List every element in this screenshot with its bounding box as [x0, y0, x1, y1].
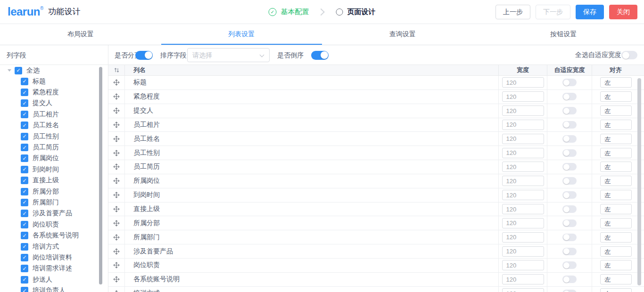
drag-move-icon[interactable]	[108, 132, 125, 146]
checkbox-checked-icon[interactable]: ✓	[21, 133, 28, 140]
checkbox-checked-icon[interactable]: ✓	[21, 177, 28, 184]
field-tree-item[interactable]: ✓ 所属岗位	[0, 153, 108, 164]
close-button[interactable]: 关闭	[609, 5, 637, 19]
checkbox-checked-icon[interactable]: ✓	[21, 89, 28, 96]
align-select[interactable]: 左	[600, 176, 632, 186]
align-select[interactable]: 左	[600, 77, 632, 88]
drag-move-icon[interactable]	[108, 90, 125, 104]
align-select[interactable]: 左	[600, 260, 632, 270]
checkbox-checked-icon[interactable]: ✓	[21, 188, 28, 195]
checkbox-checked-icon[interactable]: ✓	[21, 210, 28, 217]
fit-width-toggle[interactable]	[562, 205, 577, 213]
field-tree-item[interactable]: ✓ 直接上级	[0, 175, 108, 186]
table-scrollbar-thumb[interactable]	[637, 78, 641, 285]
checkbox-checked-icon[interactable]: ✓	[21, 254, 28, 261]
field-tree-item[interactable]: ✓ 培训需求详述	[0, 263, 108, 274]
checkbox-checked-icon[interactable]: ✓	[21, 154, 28, 162]
sidebar-scrollbar-thumb[interactable]	[99, 67, 102, 284]
width-input[interactable]	[502, 218, 544, 228]
align-select[interactable]: 左	[600, 274, 632, 284]
field-tree-item[interactable]: ✓ 培训方式	[0, 241, 108, 252]
drag-move-icon[interactable]	[108, 76, 125, 89]
checkbox-checked-icon[interactable]: ✓	[21, 276, 28, 284]
reverse-order-toggle[interactable]	[311, 51, 329, 60]
drag-move-icon[interactable]	[108, 118, 125, 132]
width-input[interactable]	[502, 91, 544, 102]
checkbox-checked-icon[interactable]: ✓	[21, 232, 28, 239]
prev-step-button[interactable]: 上一步	[495, 5, 530, 19]
fit-width-toggle[interactable]	[562, 234, 577, 241]
align-select[interactable]: 左	[600, 105, 632, 116]
checkbox-checked-icon[interactable]: ✓	[15, 67, 22, 74]
sort-field-input[interactable]	[188, 49, 269, 62]
field-tree-item[interactable]: ✓ 岗位培训资料	[0, 252, 108, 263]
width-input[interactable]	[502, 190, 544, 200]
drag-move-icon[interactable]	[108, 244, 125, 258]
fit-width-toggle[interactable]	[562, 121, 577, 129]
drag-move-icon[interactable]	[108, 146, 125, 160]
field-tree-item[interactable]: ✓ 涉及首要产品	[0, 208, 108, 219]
field-tree-item[interactable]: ✓ 标题	[0, 76, 108, 87]
drag-move-icon[interactable]	[108, 174, 125, 188]
field-tree-item[interactable]: ✓ 员工相片	[0, 109, 108, 120]
drag-move-icon[interactable]	[108, 188, 125, 202]
drag-move-icon[interactable]	[108, 216, 125, 230]
fit-width-toggle[interactable]	[562, 219, 577, 227]
field-tree-item[interactable]: ✓ 岗位职责	[0, 219, 108, 230]
align-select[interactable]: 左	[600, 232, 632, 243]
field-tree-item[interactable]: ✓ 抄送人	[0, 274, 108, 285]
field-tree-item[interactable]: ✓ 紧急程度	[0, 87, 108, 97]
sort-field-select[interactable]	[187, 48, 270, 62]
align-select[interactable]: 左	[600, 288, 632, 292]
checkbox-checked-icon[interactable]: ✓	[21, 122, 28, 129]
fit-width-toggle[interactable]	[562, 248, 577, 255]
field-tree-item[interactable]: ✓ 各系统账号说明	[0, 230, 108, 241]
width-input[interactable]	[502, 162, 544, 172]
fit-width-toggle[interactable]	[562, 290, 577, 292]
fit-all-toggle[interactable]	[621, 51, 637, 59]
fit-width-toggle[interactable]	[562, 93, 577, 100]
save-button[interactable]: 保存	[576, 5, 604, 19]
field-tree-item[interactable]: ✓ 到岗时间	[0, 164, 108, 175]
align-select[interactable]: 左	[600, 246, 632, 257]
tab-layout-settings[interactable]: 布局设置	[0, 24, 161, 45]
checkbox-checked-icon[interactable]: ✓	[21, 111, 28, 118]
checkbox-checked-icon[interactable]: ✓	[21, 265, 28, 272]
drag-move-icon[interactable]	[108, 203, 125, 216]
align-select[interactable]: 左	[600, 218, 632, 228]
fit-width-toggle[interactable]	[562, 79, 577, 86]
select-all-node[interactable]: ✓ 全选	[0, 65, 108, 76]
fit-width-toggle[interactable]	[562, 276, 577, 283]
width-input[interactable]	[502, 134, 544, 144]
align-select[interactable]: 左	[600, 91, 632, 102]
width-input[interactable]	[502, 204, 544, 214]
field-tree-item[interactable]: ✓ 员工简历	[0, 142, 108, 153]
checkbox-checked-icon[interactable]: ✓	[21, 166, 28, 173]
field-tree-item[interactable]: ✓ 提交人	[0, 98, 108, 109]
field-tree-item[interactable]: ✓ 所属部门	[0, 197, 108, 208]
fit-width-toggle[interactable]	[562, 177, 577, 185]
align-select[interactable]: 左	[600, 120, 632, 130]
drag-move-icon[interactable]	[108, 259, 125, 272]
caret-down-icon[interactable]	[8, 69, 11, 72]
drag-move-icon[interactable]	[108, 287, 125, 292]
field-tree-item[interactable]: ✓ 员工姓名	[0, 120, 108, 131]
align-select[interactable]: 左	[600, 204, 632, 214]
fit-width-toggle[interactable]	[562, 135, 577, 143]
drag-move-icon[interactable]	[108, 160, 125, 174]
field-tree-item[interactable]: ✓ 培训负责人	[0, 285, 108, 292]
checkbox-checked-icon[interactable]: ✓	[21, 287, 28, 292]
paging-toggle[interactable]	[135, 51, 153, 60]
drag-move-icon[interactable]	[108, 273, 125, 286]
checkbox-checked-icon[interactable]: ✓	[21, 78, 28, 85]
checkbox-checked-icon[interactable]: ✓	[21, 99, 28, 107]
width-input[interactable]	[502, 288, 544, 292]
align-select[interactable]: 左	[600, 190, 632, 200]
width-input[interactable]	[502, 105, 544, 116]
tab-query-settings[interactable]: 查询设置	[322, 24, 483, 45]
field-tree-item[interactable]: ✓ 员工性别	[0, 131, 108, 142]
width-input[interactable]	[502, 246, 544, 257]
tab-button-settings[interactable]: 按钮设置	[483, 24, 644, 45]
field-tree-item[interactable]: ✓ 所属分部	[0, 186, 108, 197]
align-select[interactable]: 左	[600, 134, 632, 144]
